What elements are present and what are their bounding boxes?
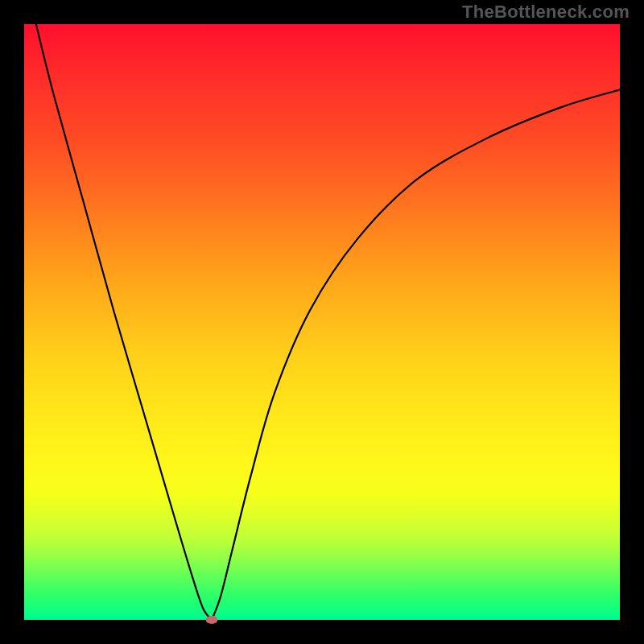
- chart-frame: TheBottleneck.com: [0, 0, 644, 644]
- optimal-point-marker: [206, 616, 218, 624]
- watermark-text: TheBottleneck.com: [462, 2, 630, 23]
- bottleneck-curve: [24, 24, 620, 620]
- plot-area: [24, 24, 620, 620]
